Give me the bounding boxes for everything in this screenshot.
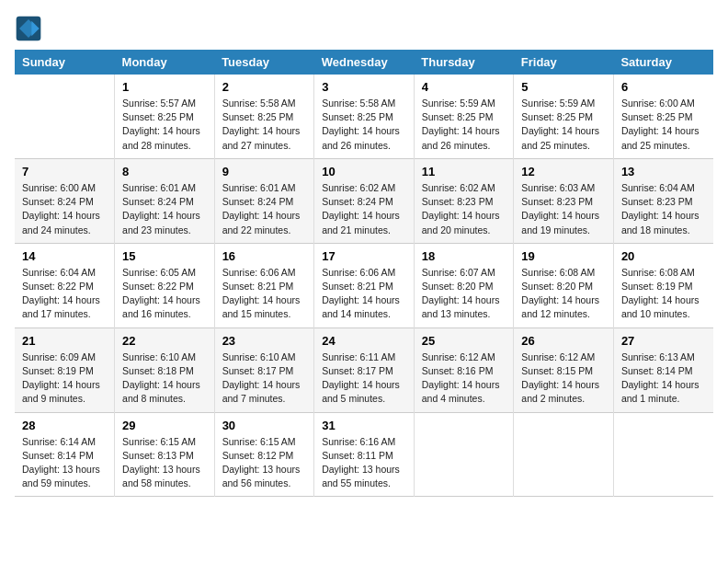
day-info: Sunrise: 6:01 AM Sunset: 8:24 PM Dayligh… — [122, 181, 207, 237]
day-number: 29 — [122, 419, 207, 432]
day-info: Sunrise: 6:10 AM Sunset: 8:18 PM Dayligh… — [122, 350, 207, 407]
day-number: 5 — [521, 80, 606, 94]
header-friday: Friday — [514, 50, 614, 75]
week-row-2: 7Sunrise: 6:00 AM Sunset: 8:24 PM Daylig… — [15, 158, 713, 243]
day-number: 11 — [422, 165, 506, 178]
day-cell: 20Sunrise: 6:08 AM Sunset: 8:19 PM Dayli… — [613, 243, 713, 327]
day-cell: 30Sunrise: 6:15 AM Sunset: 8:12 PM Dayli… — [214, 412, 314, 497]
day-cell: 3Sunrise: 5:58 AM Sunset: 8:25 PM Daylig… — [314, 75, 415, 158]
header-monday: Monday — [115, 50, 215, 75]
day-cell: 11Sunrise: 6:02 AM Sunset: 8:23 PM Dayli… — [414, 158, 514, 243]
logo-icon — [15, 15, 42, 42]
header-thursday: Thursday — [414, 50, 514, 75]
day-info: Sunrise: 6:04 AM Sunset: 8:23 PM Dayligh… — [621, 181, 706, 237]
day-number: 17 — [322, 249, 406, 263]
day-number: 12 — [521, 165, 606, 178]
day-info: Sunrise: 6:12 AM Sunset: 8:15 PM Dayligh… — [521, 350, 606, 407]
day-info: Sunrise: 6:05 AM Sunset: 8:22 PM Dayligh… — [122, 266, 207, 322]
day-number: 4 — [422, 80, 506, 94]
day-cell: 14Sunrise: 6:04 AM Sunset: 8:22 PM Dayli… — [15, 243, 115, 327]
day-info: Sunrise: 6:04 AM Sunset: 8:22 PM Dayligh… — [22, 266, 107, 322]
day-info: Sunrise: 6:02 AM Sunset: 8:23 PM Dayligh… — [422, 181, 506, 237]
day-cell: 19Sunrise: 6:08 AM Sunset: 8:20 PM Dayli… — [514, 243, 614, 327]
day-cell: 24Sunrise: 6:11 AM Sunset: 8:17 PM Dayli… — [314, 327, 415, 412]
day-cell: 26Sunrise: 6:12 AM Sunset: 8:15 PM Dayli… — [514, 327, 614, 412]
day-number: 23 — [222, 334, 307, 348]
day-info: Sunrise: 6:08 AM Sunset: 8:19 PM Dayligh… — [621, 266, 706, 322]
day-number: 24 — [322, 334, 406, 348]
day-info: Sunrise: 6:03 AM Sunset: 8:23 PM Dayligh… — [521, 181, 606, 237]
day-cell: 16Sunrise: 6:06 AM Sunset: 8:21 PM Dayli… — [214, 243, 314, 327]
day-number: 9 — [222, 165, 307, 178]
day-cell: 7Sunrise: 6:00 AM Sunset: 8:24 PM Daylig… — [15, 158, 115, 243]
day-cell: 12Sunrise: 6:03 AM Sunset: 8:23 PM Dayli… — [514, 158, 614, 243]
week-row-4: 21Sunrise: 6:09 AM Sunset: 8:19 PM Dayli… — [15, 327, 713, 412]
day-cell: 17Sunrise: 6:06 AM Sunset: 8:21 PM Dayli… — [314, 243, 415, 327]
day-number: 7 — [22, 165, 107, 178]
page-header — [15, 15, 713, 42]
day-number: 20 — [621, 249, 706, 263]
day-cell: 4Sunrise: 5:59 AM Sunset: 8:25 PM Daylig… — [414, 75, 514, 158]
day-info: Sunrise: 6:13 AM Sunset: 8:14 PM Dayligh… — [621, 350, 706, 407]
day-info: Sunrise: 6:06 AM Sunset: 8:21 PM Dayligh… — [222, 266, 307, 322]
day-cell: 2Sunrise: 5:58 AM Sunset: 8:25 PM Daylig… — [214, 75, 314, 158]
day-info: Sunrise: 6:12 AM Sunset: 8:16 PM Dayligh… — [422, 350, 506, 407]
day-cell: 31Sunrise: 6:16 AM Sunset: 8:11 PM Dayli… — [314, 412, 415, 497]
day-number: 26 — [521, 334, 606, 348]
day-number: 15 — [122, 249, 207, 263]
day-cell: 13Sunrise: 6:04 AM Sunset: 8:23 PM Dayli… — [613, 158, 713, 243]
day-info: Sunrise: 6:09 AM Sunset: 8:19 PM Dayligh… — [22, 350, 107, 407]
header-saturday: Saturday — [613, 50, 713, 75]
day-number: 14 — [22, 249, 107, 263]
day-info: Sunrise: 5:58 AM Sunset: 8:25 PM Dayligh… — [222, 97, 307, 153]
day-info: Sunrise: 5:59 AM Sunset: 8:25 PM Dayligh… — [521, 97, 606, 153]
day-cell: 22Sunrise: 6:10 AM Sunset: 8:18 PM Dayli… — [115, 327, 215, 412]
day-cell: 23Sunrise: 6:10 AM Sunset: 8:17 PM Dayli… — [214, 327, 314, 412]
calendar-table: SundayMondayTuesdayWednesdayThursdayFrid… — [15, 50, 713, 497]
day-number: 1 — [122, 80, 207, 94]
week-row-5: 28Sunrise: 6:14 AM Sunset: 8:14 PM Dayli… — [15, 412, 713, 497]
day-info: Sunrise: 6:15 AM Sunset: 8:13 PM Dayligh… — [122, 435, 207, 491]
day-info: Sunrise: 6:15 AM Sunset: 8:12 PM Dayligh… — [222, 435, 307, 491]
days-header-row: SundayMondayTuesdayWednesdayThursdayFrid… — [15, 50, 713, 75]
logo — [15, 15, 46, 42]
day-cell: 18Sunrise: 6:07 AM Sunset: 8:20 PM Dayli… — [414, 243, 514, 327]
day-number: 22 — [122, 334, 207, 348]
day-cell: 25Sunrise: 6:12 AM Sunset: 8:16 PM Dayli… — [414, 327, 514, 412]
header-wednesday: Wednesday — [314, 50, 415, 75]
day-cell: 9Sunrise: 6:01 AM Sunset: 8:24 PM Daylig… — [214, 158, 314, 243]
day-cell: 5Sunrise: 5:59 AM Sunset: 8:25 PM Daylig… — [514, 75, 614, 158]
week-row-3: 14Sunrise: 6:04 AM Sunset: 8:22 PM Dayli… — [15, 243, 713, 327]
day-info: Sunrise: 6:14 AM Sunset: 8:14 PM Dayligh… — [22, 435, 107, 491]
header-tuesday: Tuesday — [214, 50, 314, 75]
day-number: 25 — [422, 334, 506, 348]
day-number: 6 — [621, 80, 706, 94]
day-cell: 15Sunrise: 6:05 AM Sunset: 8:22 PM Dayli… — [115, 243, 215, 327]
day-number: 31 — [322, 419, 406, 432]
day-info: Sunrise: 6:06 AM Sunset: 8:21 PM Dayligh… — [322, 266, 406, 322]
day-info: Sunrise: 6:00 AM Sunset: 8:25 PM Dayligh… — [621, 97, 706, 153]
day-info: Sunrise: 6:08 AM Sunset: 8:20 PM Dayligh… — [521, 266, 606, 322]
day-info: Sunrise: 6:07 AM Sunset: 8:20 PM Dayligh… — [422, 266, 506, 322]
day-info: Sunrise: 6:01 AM Sunset: 8:24 PM Dayligh… — [222, 181, 307, 237]
day-info: Sunrise: 5:58 AM Sunset: 8:25 PM Dayligh… — [322, 97, 406, 153]
day-cell: 21Sunrise: 6:09 AM Sunset: 8:19 PM Dayli… — [15, 327, 115, 412]
day-cell: 28Sunrise: 6:14 AM Sunset: 8:14 PM Dayli… — [15, 412, 115, 497]
day-cell: 27Sunrise: 6:13 AM Sunset: 8:14 PM Dayli… — [613, 327, 713, 412]
day-cell: 29Sunrise: 6:15 AM Sunset: 8:13 PM Dayli… — [115, 412, 215, 497]
day-number: 2 — [222, 80, 307, 94]
day-info: Sunrise: 6:02 AM Sunset: 8:24 PM Dayligh… — [322, 181, 406, 237]
day-cell — [15, 75, 115, 158]
day-number: 3 — [322, 80, 406, 94]
day-number: 28 — [22, 419, 107, 432]
day-cell: 8Sunrise: 6:01 AM Sunset: 8:24 PM Daylig… — [115, 158, 215, 243]
header-sunday: Sunday — [15, 50, 115, 75]
day-info: Sunrise: 6:10 AM Sunset: 8:17 PM Dayligh… — [222, 350, 307, 407]
day-info: Sunrise: 5:57 AM Sunset: 8:25 PM Dayligh… — [122, 97, 207, 153]
day-number: 13 — [621, 165, 706, 178]
day-info: Sunrise: 5:59 AM Sunset: 8:25 PM Dayligh… — [422, 97, 506, 153]
day-number: 18 — [422, 249, 506, 263]
day-cell — [613, 412, 713, 497]
day-number: 16 — [222, 249, 307, 263]
day-info: Sunrise: 6:00 AM Sunset: 8:24 PM Dayligh… — [22, 181, 107, 237]
